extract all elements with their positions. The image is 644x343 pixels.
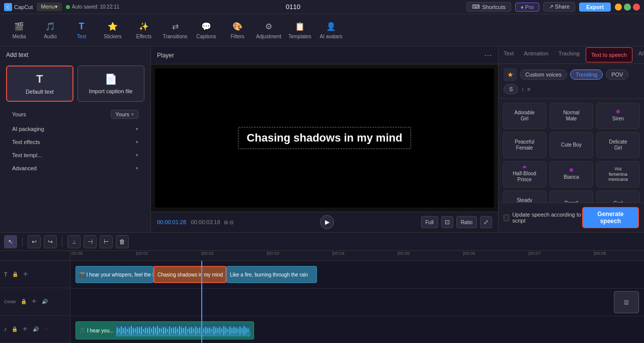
audio-more-icon[interactable]: ⋯ [42,324,51,333]
maximize-button[interactable] [624,4,631,11]
voice-voz-femenina[interactable]: Vozfemeninamexicana [596,161,640,187]
voice-half-blood-prince[interactable]: Half-BloodPrince [503,161,546,187]
voice-steady-male[interactable]: SteadyMale [503,190,546,202]
redo-button[interactable]: ↪ [44,235,57,248]
voice-peaceful-female[interactable]: PeacefulFemale [503,132,546,158]
tab-ai-avatars[interactable]: AI avatars [633,46,644,63]
text-clip-3[interactable]: Like a fire, burning through the rain [226,266,317,283]
adorable-girl-label: AdorableGirl [514,110,534,122]
shortcuts-button[interactable]: ⌨ Shortcuts [466,2,511,12]
yours-dropdown[interactable]: Yours ▾ [111,110,138,119]
pro-button[interactable]: ♦ Pro [515,3,539,12]
undo-button[interactable]: ↩ [28,235,41,248]
playhead[interactable] [201,261,202,343]
sort-icon[interactable]: ↕ [521,86,524,92]
siren-dot [616,110,620,113]
pov-filter[interactable]: POV [606,70,628,80]
tab-text[interactable]: Text [499,46,519,63]
filter-more-icon[interactable]: ≡ [527,86,530,92]
tool-transitions[interactable]: ⇄ Transitions [160,17,190,43]
voice-carl[interactable]: Carl [596,190,640,202]
minimize-button[interactable] [615,4,622,11]
audio-lock-icon[interactable]: 🔒 [10,324,19,333]
audio-volume-icon[interactable]: 🔊 [31,324,40,333]
tool-media[interactable]: 🎬 Media [4,17,34,43]
steady-male-label: SteadyMale [517,197,532,202]
tab-text-to-speech[interactable]: Text to speech [586,47,632,62]
share-icon: ↗ [549,4,553,10]
timeline-main: 00:00 |00:01 |00:02 |00:03 |00:04 |00:05… [70,251,644,343]
tool-text[interactable]: T Text [66,17,97,43]
trim-start-button[interactable]: ⊣ [84,235,97,248]
voice-normal-male[interactable]: NormalMale [549,103,593,129]
voice-adorable-girl[interactable]: AdorableGirl [503,103,546,129]
player-menu-icon[interactable]: ⋯ [484,50,492,60]
text-icon: T [76,21,87,32]
cover-thumbnail[interactable]: 🖼 [614,291,639,313]
update-speech-checkbox-row[interactable]: Update speech according to script [504,212,582,224]
ai-packaging-label: AI packaging [12,126,44,132]
top-bar-left: C CapCut Menu▾ Auto saved: 10:22:11 [4,3,119,11]
delete-button[interactable]: 🗑 [116,235,129,248]
zoom-button[interactable]: ⊡ [441,216,453,228]
advanced-option[interactable]: Advanced ▾ [6,163,144,173]
full-button[interactable]: Full [421,216,438,228]
stickers-label: Stickers [104,34,122,39]
tool-captions[interactable]: 💬 Captions [191,17,221,43]
text-effects-option[interactable]: Text effects ▾ [6,137,144,147]
voice-siren[interactable]: Siren [596,103,640,129]
play-button[interactable]: ▶ [320,215,334,229]
text-card-grid: T Default text 📄 Import caption file [0,61,150,106]
text-visibility-icon[interactable]: 👁 [21,270,30,279]
waveform [116,324,251,336]
tool-stickers[interactable]: ⭐ Stickers [98,17,128,43]
voice-delicate-girl[interactable]: DelicateGirl [596,132,640,158]
share-button[interactable]: ↗ Share [543,2,575,12]
cover-audio-icon[interactable]: 🔊 [40,297,49,306]
trim-end-button[interactable]: ⊢ [100,235,113,248]
import-caption-card[interactable]: 📄 Import caption file [77,65,145,102]
split-button[interactable]: ⟂ [67,235,80,248]
text-clip-1[interactable]: 🎬 I hear your whispers, feel the light [75,266,153,283]
update-speech-checkbox[interactable] [504,215,509,221]
svg-rect-6 [129,327,130,333]
ai-packaging-option[interactable]: AI packaging ▾ [6,124,144,134]
audio-visibility-icon[interactable]: 👁 [21,324,30,333]
ratio-button[interactable]: Ratio [456,216,477,228]
close-button[interactable] [633,4,640,11]
tool-adjustment[interactable]: ⚙ Adjustment [254,17,284,43]
voice-cute-boy[interactable]: Cute Boy [549,132,593,158]
custom-voices-filter[interactable]: Custom voices [520,70,567,80]
audio-clip-label: I hear you... [87,328,114,333]
export-button[interactable]: Export [579,3,611,12]
cover-visibility-icon[interactable]: 👁 [30,297,39,306]
tool-templates[interactable]: 📋 Templates [285,17,315,43]
tool-effects[interactable]: ✨ Effects [129,17,159,43]
tab-animation[interactable]: Animation [519,46,553,63]
text-lock-icon[interactable]: 🔒 [11,270,20,279]
fullscreen-button[interactable]: ⤢ [480,216,492,228]
audio-clip-1[interactable]: 🎵 I hear you... [75,321,254,339]
cursor-tool-button[interactable]: ↖ [4,235,17,248]
effects-label: Effects [136,34,151,39]
adjustment-label: Adjustment [256,34,281,39]
cover-lock-icon[interactable]: 🔒 [19,297,28,306]
favorites-filter[interactable]: ★ [504,68,517,81]
yours-option[interactable]: Yours Yours ▾ [6,108,144,121]
default-text-card[interactable]: T Default text [6,65,73,102]
audio-track-icon: ♪ [4,326,7,332]
generate-speech-button[interactable]: Generate speech [582,207,639,228]
svg-rect-53 [223,326,224,335]
menu-button[interactable]: Menu▾ [37,3,62,11]
tool-filters[interactable]: 🎨 Filters [222,17,253,43]
text-clip-2[interactable]: Chasing shadows in my mind [153,266,226,283]
text-template-option[interactable]: Text templ... ▾ [6,150,144,160]
voice-bianca[interactable]: Bianca [549,161,593,187]
tool-audio[interactable]: 🎵 Audio [35,17,65,43]
s-filter[interactable]: S [504,84,518,94]
svg-rect-25 [167,329,168,332]
voice-terrell[interactable]: Terrell [549,190,593,202]
trending-filter[interactable]: Trending [570,70,603,80]
tool-avatars[interactable]: 👤 AI avatars [316,17,346,43]
tab-tracking[interactable]: Tracking [553,46,585,63]
